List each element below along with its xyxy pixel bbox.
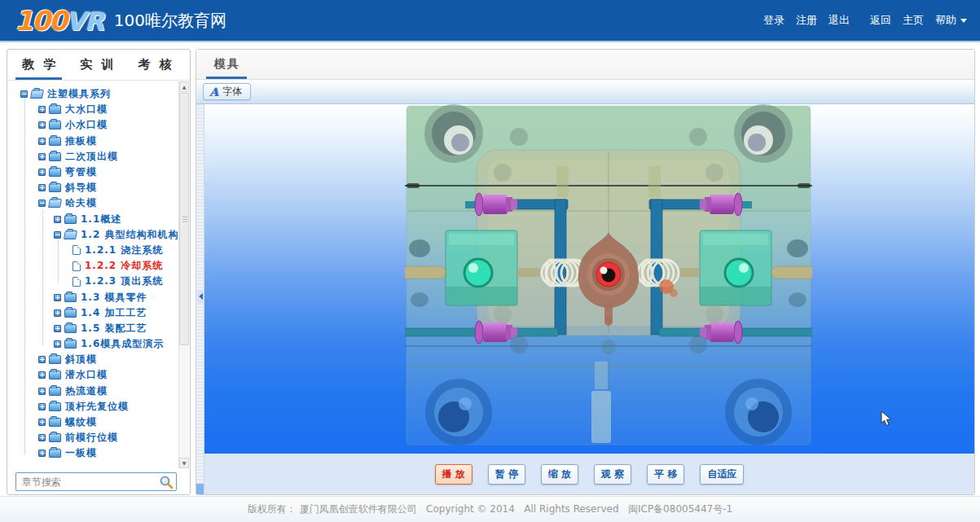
viewer-canvas[interactable] xyxy=(204,104,974,454)
nav-link-back[interactable]: 返回 xyxy=(870,13,891,28)
plus-expander-icon[interactable]: + xyxy=(54,325,61,332)
chevron-down-icon xyxy=(960,19,967,23)
tree-item[interactable]: +一板模 xyxy=(7,445,178,461)
search-icon[interactable] xyxy=(159,475,174,489)
tree-item[interactable]: +1.6模具成型演示 xyxy=(7,336,178,352)
plus-expander-icon[interactable]: + xyxy=(38,138,46,145)
tree-item[interactable]: +推板模 xyxy=(7,134,178,149)
folder-open-icon xyxy=(64,230,77,239)
folder-icon xyxy=(49,371,61,379)
plus-expander-icon[interactable]: + xyxy=(38,106,46,113)
plus-expander-icon[interactable]: + xyxy=(54,216,61,223)
nav-link-help[interactable]: 帮助 xyxy=(935,13,967,28)
plus-expander-icon[interactable]: + xyxy=(38,388,46,395)
plus-expander-icon[interactable]: + xyxy=(54,294,61,301)
tree-item[interactable]: −注塑模具系列 xyxy=(7,86,178,102)
tree-item-label: 1.6模具成型演示 xyxy=(81,337,164,351)
tree-item-label: 顶杆先复位模 xyxy=(65,400,129,414)
folder-icon xyxy=(49,355,61,364)
collapse-arrow-icon xyxy=(199,293,203,300)
plus-expander-icon[interactable]: + xyxy=(38,434,46,441)
tree-item[interactable]: 1.2.3 顶出系统 xyxy=(7,274,178,289)
site-logo[interactable]: 100 VR xyxy=(15,5,103,37)
plus-expander-icon[interactable]: + xyxy=(38,356,46,363)
tree-item[interactable]: +顶杆先复位模 xyxy=(7,399,178,415)
sidebar-tab-training[interactable]: 实 训 xyxy=(80,57,116,72)
tree-item[interactable]: +1.5 装配工艺 xyxy=(7,321,178,336)
tree-item[interactable]: +斜导模 xyxy=(7,180,178,195)
plus-expander-icon[interactable]: + xyxy=(38,419,46,426)
folder-open-icon xyxy=(48,199,62,208)
tree-item[interactable]: +二次顶出模 xyxy=(7,149,178,164)
tree-item[interactable]: +1.1概述 xyxy=(7,212,178,227)
minus-expander-icon[interactable]: − xyxy=(20,90,28,98)
tree-item[interactable]: +潜水口模 xyxy=(7,367,178,383)
tree-item[interactable]: 1.2.2 冷却系统 xyxy=(7,258,178,274)
plus-expander-icon[interactable]: + xyxy=(38,153,46,160)
tree-item-label: 1.5 装配工艺 xyxy=(81,322,147,336)
tree-item[interactable]: +1.3 模具零件 xyxy=(7,289,178,305)
plus-expander-icon[interactable]: + xyxy=(38,450,46,457)
sidebar-tab-assessment[interactable]: 考 核 xyxy=(138,57,174,72)
nav-link-register[interactable]: 注册 xyxy=(796,13,817,28)
tree-item[interactable]: +大水口模 xyxy=(7,102,178,117)
scroll-up-arrow-icon[interactable]: ▲ xyxy=(179,81,189,92)
play-button[interactable]: 播 放 xyxy=(435,464,472,485)
scrollbar-thumb[interactable] xyxy=(179,93,189,345)
search-input[interactable] xyxy=(16,473,176,490)
observe-button[interactable]: 观 察 xyxy=(594,464,631,485)
main-panel: 模具 A 字体 xyxy=(196,49,975,495)
tree-item-label: 弯管模 xyxy=(65,165,97,179)
plus-expander-icon[interactable]: + xyxy=(38,371,46,379)
tree-item[interactable]: +前模行位模 xyxy=(7,430,178,445)
folder-icon xyxy=(49,121,61,129)
nav-link-logout[interactable]: 退出 xyxy=(828,13,850,28)
folder-icon xyxy=(49,402,61,411)
folder-icon xyxy=(49,105,61,114)
tree-item[interactable]: −1.2 典型结构和机构 xyxy=(7,227,178,243)
nav-link-login[interactable]: 登录 xyxy=(763,13,784,28)
scrollbar-grip xyxy=(182,219,187,220)
folder-icon xyxy=(49,137,61,146)
pause-button[interactable]: 暂 停 xyxy=(488,464,525,485)
tab-mold[interactable]: 模具 xyxy=(214,57,240,72)
tree-item-label: 1.3 模具零件 xyxy=(81,291,147,305)
tree-item[interactable]: +小水口模 xyxy=(7,117,178,133)
tree-item[interactable]: +螺纹模 xyxy=(7,415,178,430)
plus-expander-icon[interactable]: + xyxy=(38,169,46,176)
tree-item-label: 1.2.2 冷却系统 xyxy=(85,259,163,273)
plus-expander-icon[interactable]: + xyxy=(38,121,46,129)
tree-item-label: 1.2.3 顶出系统 xyxy=(85,274,163,288)
scroll-down-arrow-icon[interactable]: ▼ xyxy=(179,458,189,468)
sidebar-tab-teaching[interactable]: 教 学 xyxy=(22,57,58,72)
tree-item[interactable]: 1.2.1 浇注系统 xyxy=(7,243,178,258)
tree-item-label: 小水口模 xyxy=(65,118,108,132)
tree-scrollbar[interactable]: ▲ ▼ xyxy=(178,81,189,468)
plus-expander-icon[interactable]: + xyxy=(38,403,46,410)
tree-item-label: 1.4 加工工艺 xyxy=(81,306,147,320)
tree-item-label: 斜导模 xyxy=(65,181,97,195)
tree-item[interactable]: −哈夫模 xyxy=(7,195,178,211)
document-icon xyxy=(73,261,81,271)
main-tabbar: 模具 xyxy=(196,50,974,80)
zoom-button[interactable]: 缩 放 xyxy=(541,464,578,485)
font-button[interactable]: A 字体 xyxy=(203,83,251,100)
plus-expander-icon[interactable]: + xyxy=(38,184,46,191)
header-nav: 登录注册退出返回主页帮助 xyxy=(763,13,967,28)
tree-item[interactable]: +热流道模 xyxy=(7,384,178,399)
panel-splitter[interactable] xyxy=(196,104,204,494)
nav-link-home[interactable]: 主页 xyxy=(903,13,924,28)
plus-expander-icon[interactable]: + xyxy=(54,309,61,317)
tree-item[interactable]: +斜顶模 xyxy=(7,352,178,367)
minus-expander-icon[interactable]: − xyxy=(38,200,46,207)
plus-expander-icon[interactable]: + xyxy=(54,340,61,348)
minus-expander-icon[interactable]: − xyxy=(54,231,61,239)
collapse-sidebar-button[interactable] xyxy=(197,290,204,303)
pan-button[interactable]: 平 移 xyxy=(647,464,684,485)
viewer-column: 播 放暂 停缩 放观 察平 移自适应 xyxy=(204,104,974,494)
fit-button[interactable]: 自适应 xyxy=(700,464,744,485)
tree-item[interactable]: +弯管模 xyxy=(7,164,178,180)
tree-item[interactable]: +1.4 加工工艺 xyxy=(7,305,178,321)
tree-item-label: 前模行位模 xyxy=(65,431,118,445)
viewer-row: 播 放暂 停缩 放观 察平 移自适应 xyxy=(196,104,974,494)
